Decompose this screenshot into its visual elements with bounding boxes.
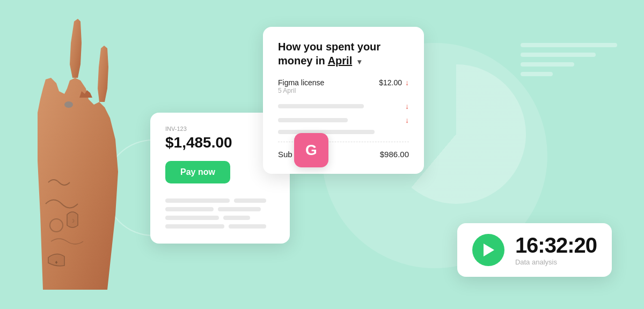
spending-item-date-figma: 5 April <box>278 87 324 94</box>
spending-item-amount-figma: $12.00 <box>379 78 402 87</box>
bg-line-4 <box>521 72 553 76</box>
spending-trend-2: ↓ <box>405 116 409 124</box>
svg-text:☽: ☽ <box>70 218 75 224</box>
invoice-line-bar-5 <box>165 216 219 220</box>
svg-text:♦: ♦ <box>55 259 57 265</box>
spending-item-left-figma: Figma license 5 April <box>278 78 324 94</box>
subtotal-amount: $986.00 <box>380 150 409 159</box>
spending-title-line1: How you spent your <box>278 41 380 53</box>
timer-widget: 16:32:20 Data analysis <box>457 223 612 277</box>
spending-item-trend-figma: ↓ <box>405 78 409 87</box>
spending-month: April <box>328 55 353 67</box>
bg-line-1 <box>521 43 617 47</box>
pay-now-button[interactable]: Pay now <box>165 161 230 183</box>
invoice-amount: $1,485.00 <box>165 134 275 151</box>
spending-bar-1 <box>278 104 364 108</box>
svg-point-0 <box>64 101 73 108</box>
timer-label: Data analysis <box>515 258 597 266</box>
invoice-line-bar-2 <box>234 198 266 203</box>
spending-title-line2: money in <box>278 55 325 67</box>
spending-line-row-2: ↓ <box>278 116 409 124</box>
invoice-line-row-1 <box>165 198 275 203</box>
invoice-lines <box>165 198 275 229</box>
invoice-line-bar-1 <box>165 198 230 203</box>
spending-card: How you spent your money in April ▾ Figm… <box>263 27 424 174</box>
spending-lines: ↓ ↓ <box>278 102 409 134</box>
spending-item-right-figma: $12.00 ↓ <box>379 78 409 87</box>
spending-line-row-1: ↓ <box>278 102 409 111</box>
spending-trend-1: ↓ <box>405 102 409 111</box>
bg-line-3 <box>521 62 574 67</box>
spending-bar-2 <box>278 118 348 122</box>
spending-bar-3 <box>278 130 375 134</box>
invoice-line-bar-8 <box>229 224 266 229</box>
spending-dropdown-arrow[interactable]: ▾ <box>357 57 361 66</box>
spending-title: How you spent your money in April ▾ <box>278 40 409 68</box>
hand-svg: ♦ ☽ <box>11 11 140 290</box>
bg-line-2 <box>521 53 596 57</box>
invoice-line-bar-3 <box>165 207 214 211</box>
invoice-line-bar-6 <box>223 216 250 220</box>
hand-image: ♦ ☽ <box>0 0 150 309</box>
spending-item-name-figma: Figma license <box>278 78 324 87</box>
timer-time: 16:32:20 <box>515 234 597 256</box>
g-avatar-letter: G <box>305 142 317 159</box>
invoice-line-row-3 <box>165 216 275 220</box>
play-icon <box>484 244 494 256</box>
g-avatar: G <box>294 133 328 167</box>
invoice-line-bar-7 <box>165 224 224 229</box>
invoice-id: INV-123 <box>165 126 275 132</box>
timer-info: 16:32:20 Data analysis <box>515 234 597 266</box>
invoice-line-row-4 <box>165 224 275 229</box>
bg-lines <box>521 43 617 76</box>
invoice-line-row-2 <box>165 207 275 211</box>
timer-play-button[interactable] <box>472 234 504 266</box>
invoice-line-bar-4 <box>218 207 261 211</box>
spending-item-figma: Figma license 5 April $12.00 ↓ <box>278 78 409 94</box>
